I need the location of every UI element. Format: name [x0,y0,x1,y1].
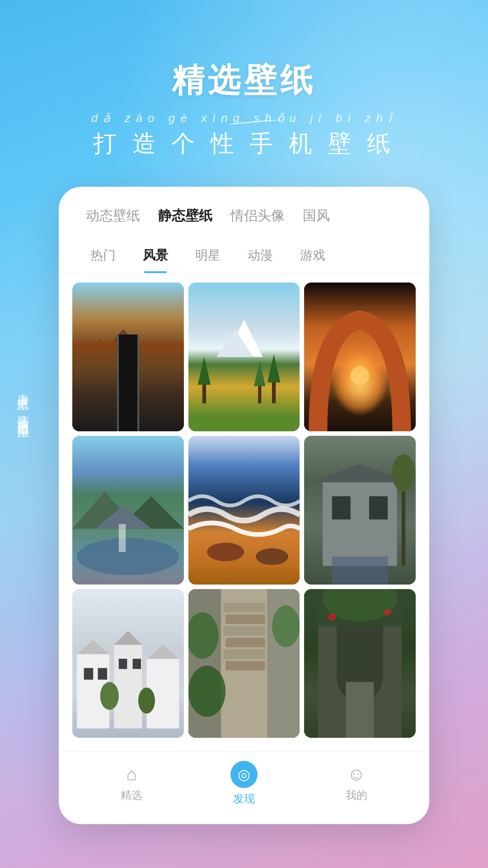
svg-point-58 [272,605,300,647]
tabs-primary: 动态壁纸 静态壁纸 情侣头像 国风 [59,187,429,238]
svg-rect-31 [332,557,388,585]
subtitle-chinese: 打 造 个 性 手 机 壁 纸 [0,128,488,160]
tabs-secondary: 热门 风景 明星 动漫 游戏 [59,238,429,274]
svg-rect-22 [119,524,126,552]
svg-point-59 [188,665,225,717]
wallpaper-grid [59,274,429,747]
mine-icon: ☺ [347,764,366,784]
wallpaper-item[interactable] [72,589,184,738]
wallpaper-item[interactable] [188,283,300,431]
wallpaper-item[interactable] [304,283,416,431]
side-text: 唐卡壁纸／高清动态壁纸应用 [13,384,34,420]
svg-rect-29 [332,496,351,519]
svg-rect-43 [119,659,127,669]
tab-couple-avatar[interactable]: 情侣头像 [221,203,294,229]
svg-rect-0 [72,283,184,431]
nav-home[interactable]: ⌂ 精选 [121,764,142,802]
svg-point-16 [351,366,369,385]
svg-rect-44 [133,659,141,669]
tab-celebrity[interactable]: 明星 [182,242,234,273]
bottom-nav: ⌂ 精选 ◎ 发现 ☺ 我的 [59,751,429,811]
svg-rect-41 [84,668,94,679]
svg-rect-42 [98,668,108,679]
wallpaper-item[interactable] [188,436,300,585]
svg-point-66 [385,609,391,615]
header: 精选壁纸 dǎ zào gè xìng shǒu jī bì zhǐ 打 造 个… [0,0,488,160]
svg-point-45 [100,682,119,710]
svg-marker-3 [119,366,137,431]
svg-rect-52 [225,614,265,624]
tab-scenery[interactable]: 风景 [129,242,182,273]
svg-rect-51 [223,603,265,613]
svg-rect-54 [225,638,265,647]
svg-point-65 [328,613,336,620]
svg-rect-56 [225,661,265,670]
wallpaper-item[interactable] [304,436,416,585]
svg-rect-53 [223,626,265,636]
discover-icon: ◎ [230,761,258,788]
wallpaper-item[interactable] [188,589,300,738]
svg-rect-30 [369,496,388,519]
nav-discover[interactable]: ◎ 发现 [230,761,258,806]
phone-card: 动态壁纸 静态壁纸 情侣头像 国风 热门 风景 明星 动漫 游戏 [59,187,429,824]
wallpaper-item[interactable] [72,436,184,585]
tab-static-wallpaper[interactable]: 静态壁纸 [149,203,221,229]
tab-chinese-style[interactable]: 国风 [294,203,339,229]
svg-rect-62 [346,682,374,737]
svg-point-25 [256,548,288,565]
nav-mine-label: 我的 [346,788,367,802]
svg-marker-1 [72,338,128,366]
svg-rect-36 [114,645,142,728]
svg-point-15 [332,338,388,412]
wallpaper-item[interactable] [304,589,416,738]
tab-hot[interactable]: 热门 [77,242,129,273]
svg-rect-55 [223,649,265,659]
svg-rect-27 [323,482,397,566]
tab-game[interactable]: 游戏 [286,242,339,273]
svg-point-21 [77,538,179,575]
nav-discover-label: 发现 [233,792,255,806]
svg-point-33 [392,454,415,491]
home-icon: ⌂ [126,764,137,784]
nav-mine[interactable]: ☺ 我的 [346,764,367,802]
svg-point-46 [138,688,155,714]
main-title: 精选壁纸 [0,59,488,102]
wallpaper-item[interactable] [72,283,184,431]
nav-home-label: 精选 [121,788,142,802]
svg-point-24 [207,542,244,561]
tab-anime[interactable]: 动漫 [234,242,286,273]
tab-dynamic-wallpaper[interactable]: 动态壁纸 [77,203,149,229]
